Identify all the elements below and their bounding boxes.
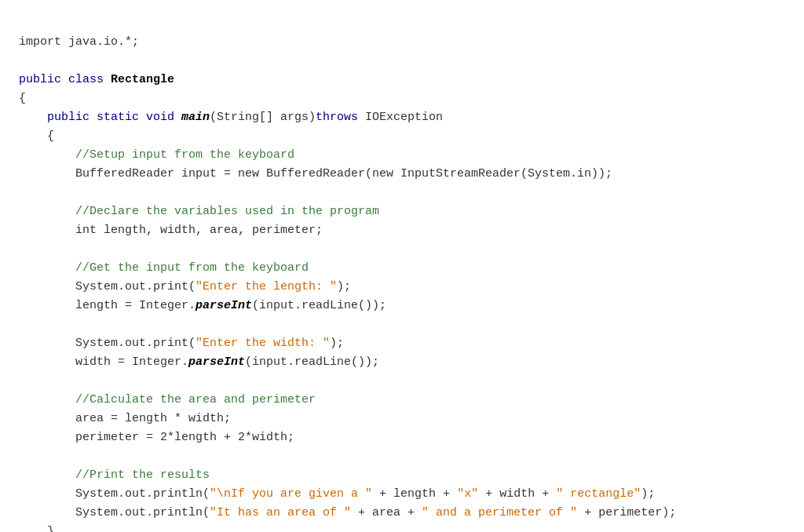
comment-declare: //Declare the variables used in the prog… [19, 205, 379, 218]
calc-perimeter: perimeter = 2*length + 2*width; [19, 431, 294, 444]
println-rectangle: System.out.println("\nIf you are given a… [19, 487, 655, 501]
print-length: System.out.print("Enter the length: "); [19, 280, 351, 293]
comment-setup: //Setup input from the keyboard [19, 148, 294, 162]
calc-area: area = length * width; [19, 412, 231, 425]
comment-print: //Print the results [19, 468, 210, 482]
print-width: System.out.print("Enter the width: "); [19, 337, 344, 350]
read-width: width = Integer.parseInt(input.readLine(… [19, 355, 379, 369]
main-method-declaration: public static void main(String[] args)th… [19, 111, 443, 124]
comment-calculate: //Calculate the area and perimeter [19, 393, 316, 406]
println-area: System.out.println("It has an area of " … [19, 506, 676, 519]
variable-declaration: int length, width, area, perimeter; [19, 224, 323, 237]
comment-get-input: //Get the input from the keyboard [19, 261, 309, 275]
read-length: length = Integer.parseInt(input.readLine… [19, 299, 386, 312]
bufferedreader-line: BufferedReader input = new BufferedReade… [19, 167, 612, 180]
import-statement: import java.io.*; [19, 35, 139, 49]
code-editor: import java.io.*; public class Rectangle… [19, 14, 785, 532]
class-declaration: public class Rectangle [19, 73, 174, 86]
